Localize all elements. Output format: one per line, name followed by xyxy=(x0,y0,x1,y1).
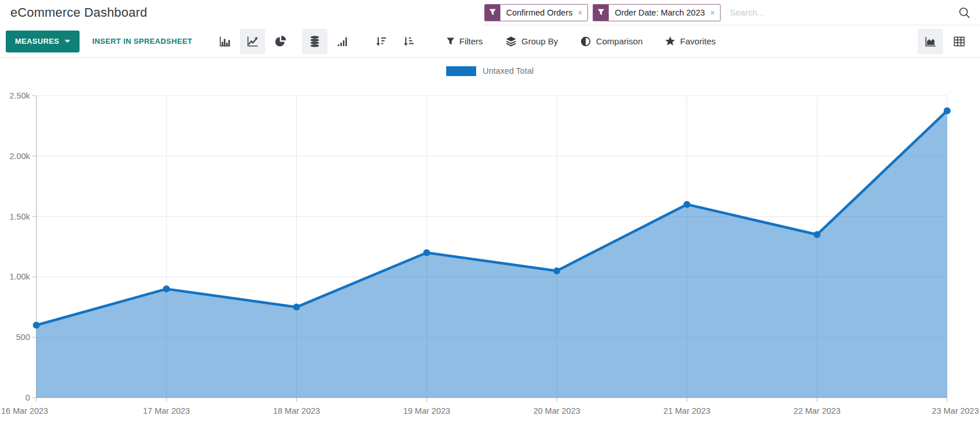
comparison-menu[interactable]: Comparison xyxy=(580,36,643,47)
facet-label: Order Date: March 2023 xyxy=(609,5,707,21)
svg-text:23 Mar 2023: 23 Mar 2023 xyxy=(932,406,979,416)
svg-text:18 Mar 2023: 18 Mar 2023 xyxy=(273,406,320,416)
sort-descending-button[interactable] xyxy=(368,29,393,54)
grid-view-icon xyxy=(953,35,966,48)
data-point[interactable] xyxy=(33,322,40,328)
svg-text:19 Mar 2023: 19 Mar 2023 xyxy=(403,406,450,416)
data-point[interactable] xyxy=(423,249,430,256)
bar-chart-icon xyxy=(218,35,231,48)
svg-text:1.50k: 1.50k xyxy=(10,212,31,221)
layers-icon xyxy=(505,35,517,47)
measures-label: MEASURES xyxy=(15,37,59,46)
svg-text:1.00k: 1.00k xyxy=(10,272,31,281)
bar-chart-button[interactable] xyxy=(212,29,238,54)
search-input[interactable] xyxy=(725,7,953,17)
svg-text:22 Mar 2023: 22 Mar 2023 xyxy=(794,406,840,416)
svg-text:21 Mar 2023: 21 Mar 2023 xyxy=(664,406,710,416)
chart-canvas[interactable]: 05001.00k1.50k2.00k2.50k16 Mar 202317 Ma… xyxy=(0,81,980,422)
search-bar: Confirmed Orders × Order Date: March 202… xyxy=(484,0,980,25)
cumulative-button[interactable] xyxy=(330,29,355,54)
contrast-icon xyxy=(580,36,591,47)
measures-button[interactable]: MEASURES xyxy=(6,31,80,52)
area-fill xyxy=(36,111,947,398)
data-point[interactable] xyxy=(163,285,170,292)
svg-text:500: 500 xyxy=(16,333,30,342)
svg-text:2.50k: 2.50k xyxy=(10,91,31,100)
stacked-button[interactable] xyxy=(302,29,327,54)
pie-chart-button[interactable] xyxy=(267,29,293,54)
favorites-label: Favorites xyxy=(680,36,716,46)
svg-text:20 Mar 2023: 20 Mar 2023 xyxy=(533,406,580,416)
comparison-label: Comparison xyxy=(596,36,643,46)
favorites-menu[interactable]: Favorites xyxy=(665,36,716,47)
search-menus: Filters Group By Comparison Favorites xyxy=(446,35,716,47)
legend-swatch xyxy=(446,66,476,76)
svg-text:17 Mar 2023: 17 Mar 2023 xyxy=(143,406,190,416)
svg-text:2.00k: 2.00k xyxy=(10,152,31,161)
chevron-down-icon xyxy=(65,40,70,43)
sort-descending-icon xyxy=(374,35,387,48)
star-icon xyxy=(665,36,676,47)
svg-text:16 Mar 2023: 16 Mar 2023 xyxy=(1,406,48,416)
search-facet-order-date: Order Date: March 2023 × xyxy=(593,4,721,21)
data-point[interactable] xyxy=(813,231,820,238)
chart-legend: Untaxed Total xyxy=(0,58,980,81)
line-chart-button[interactable] xyxy=(240,29,265,54)
group-by-label: Group By xyxy=(522,36,558,46)
area-chart-icon xyxy=(924,35,937,48)
data-point[interactable] xyxy=(684,201,691,208)
pie-chart-icon xyxy=(274,35,287,48)
group-by-menu[interactable]: Group By xyxy=(505,35,558,47)
sort-ascending-button[interactable] xyxy=(395,29,421,54)
sort-ascending-icon xyxy=(402,35,414,48)
grid-view-button[interactable] xyxy=(947,29,972,54)
area-view-button[interactable] xyxy=(918,29,943,54)
control-panel: MEASURES INSERT IN SPREADSHEET xyxy=(0,25,980,58)
filters-menu[interactable]: Filters xyxy=(446,36,483,46)
line-chart-icon xyxy=(246,35,259,48)
filter-funnel-icon xyxy=(593,5,609,21)
chart-type-buttons xyxy=(212,29,421,54)
view-switcher xyxy=(918,29,972,54)
facet-remove-icon[interactable]: × xyxy=(707,5,720,21)
search-icon[interactable] xyxy=(958,6,971,19)
data-point[interactable] xyxy=(553,267,560,274)
filter-funnel-icon xyxy=(485,5,500,21)
filters-label: Filters xyxy=(459,36,483,46)
top-bar: eCommerce Dashboard Confirmed Orders × O… xyxy=(0,0,980,25)
legend-label: Untaxed Total xyxy=(483,66,533,75)
stacked-icon xyxy=(308,35,321,48)
cumulative-icon xyxy=(336,35,349,48)
search-facet-confirmed-orders: Confirmed Orders × xyxy=(484,4,588,21)
legend-item-untaxed-total[interactable]: Untaxed Total xyxy=(446,66,533,76)
svg-text:0: 0 xyxy=(25,393,30,402)
page-title: eCommerce Dashboard xyxy=(10,5,147,20)
data-point[interactable] xyxy=(293,304,300,311)
facet-label: Confirmed Orders xyxy=(500,5,575,21)
data-point[interactable] xyxy=(944,107,951,114)
facet-remove-icon[interactable]: × xyxy=(575,5,587,21)
filter-icon xyxy=(446,37,455,46)
insert-in-spreadsheet-button[interactable]: INSERT IN SPREADSHEET xyxy=(92,37,193,46)
